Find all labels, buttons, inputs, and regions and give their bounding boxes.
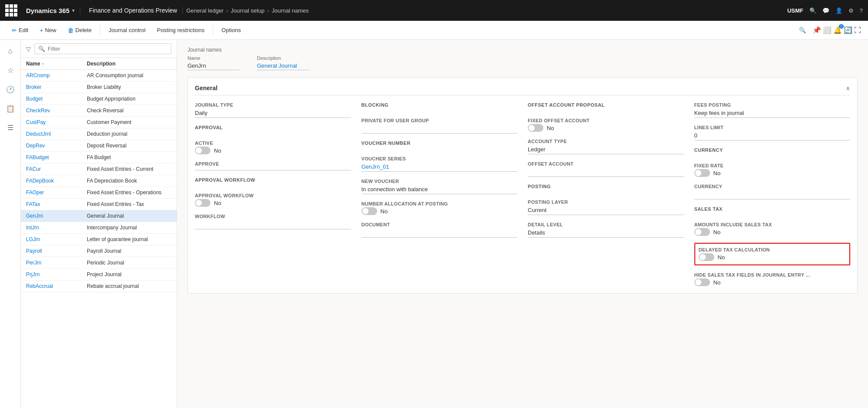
list-item[interactable]: CheckRev Check Reversal — [21, 105, 177, 117]
hide-sales-tax-toggle[interactable] — [694, 278, 710, 286]
posting-layer-value: Current — [528, 206, 684, 215]
list-item[interactable]: DepRev Deposit Reversal — [21, 140, 177, 152]
user-icon[interactable]: 👤 — [835, 7, 842, 14]
workspace-icon[interactable]: 📋 — [3, 101, 18, 116]
breadcrumb-journal-setup[interactable]: Journal setup — [231, 7, 265, 14]
delayed-tax-calc-toggle-row: No — [699, 253, 846, 261]
posting-restrictions-button[interactable]: Posting restrictions — [152, 24, 209, 36]
breadcrumb-sep-2: › — [267, 7, 269, 14]
new-voucher-label: New voucher — [362, 179, 518, 184]
amounts-include-tax-field: Amounts include sales tax No — [694, 222, 851, 236]
collapse-icon[interactable]: ∧ — [846, 85, 850, 91]
recent-icon[interactable]: 🕐 — [3, 82, 18, 97]
list-item[interactable]: Broker Broker Liability — [21, 82, 177, 93]
list-item[interactable]: FATax Fixed Asset Entries - Tax — [21, 199, 177, 210]
list-item[interactable]: LGJrn Letter of guarantee journal — [21, 234, 177, 245]
brand-chevron[interactable]: ▾ — [72, 8, 75, 13]
journal-type-value: Daily — [195, 108, 351, 118]
brand-name: Dynamics 365 — [26, 7, 69, 14]
chat-icon[interactable]: 💬 — [822, 7, 829, 14]
list-item[interactable]: FADepBook FA Depreciation Book — [21, 175, 177, 187]
list-item[interactable]: FABudget FA Budget — [21, 152, 177, 163]
toolbar-refresh-icon[interactable]: 🔄 — [844, 26, 852, 34]
toolbar-search-button[interactable]: 🔍 — [794, 24, 811, 36]
currency-label: Currency — [694, 184, 851, 189]
toolbar-badge-icon[interactable]: 🔔0 — [833, 26, 842, 34]
list-item-name: PerJrn — [26, 260, 87, 266]
active-toggle[interactable] — [195, 147, 210, 154]
list-item-desc: Periodic Journal — [87, 260, 171, 266]
search-icon[interactable]: 🔍 — [809, 7, 816, 14]
list-item[interactable]: PrjJrn Project Journal — [21, 269, 177, 281]
number-allocation-field: Number allocation at posting No — [362, 201, 518, 215]
list-item[interactable]: FAOper Fixed Asset Entries - Operations — [21, 187, 177, 199]
delayed-tax-calc-toggle[interactable] — [699, 253, 714, 261]
options-button[interactable]: Options — [217, 24, 246, 36]
home-icon[interactable]: ⌂ — [3, 43, 18, 59]
filter-icon[interactable]: ▽ — [26, 46, 31, 52]
approve-label: Approve — [195, 161, 351, 166]
list-item[interactable]: PerJrn Periodic Journal — [21, 257, 177, 269]
fixed-rate-value: No — [713, 170, 721, 176]
toolbar-fullscreen-icon[interactable]: ⛶ — [854, 26, 861, 34]
list-item[interactable]: Payroll Payroll Journal — [21, 245, 177, 257]
list-item[interactable]: DeductJrnl Deduction journal — [21, 128, 177, 140]
fixed-offset-toggle[interactable] — [528, 124, 543, 132]
list-item[interactable]: FACur Fixed Asset Entries - Current — [21, 163, 177, 175]
app-name: Finance and Operations Preview — [84, 7, 183, 14]
number-allocation-value: No — [381, 208, 388, 215]
options-label: Options — [221, 27, 241, 33]
list-item-desc: Rebate accrual journal — [87, 283, 171, 289]
list-item-desc: AR Consumption journal — [87, 72, 171, 78]
journal-control-button[interactable]: Journal control — [104, 24, 150, 36]
new-button[interactable]: + New — [35, 24, 61, 37]
fees-posting-field: Fees posting Keep fees in journal — [694, 102, 851, 118]
fixed-rate-toggle[interactable] — [694, 169, 710, 177]
amounts-include-tax-toggle-row: No — [694, 228, 851, 236]
toolbar-office-icon[interactable]: ⬜ — [823, 26, 832, 34]
breadcrumb-general-ledger[interactable]: General ledger — [186, 7, 224, 14]
delete-button[interactable]: 🗑 Delete — [63, 24, 97, 37]
workflow-value — [195, 220, 351, 229]
approval-workflow-field: Approval workflow No — [195, 193, 351, 207]
amounts-include-tax-toggle[interactable] — [694, 228, 710, 236]
delayed-tax-calc-value: No — [718, 254, 725, 261]
document-label: Document — [362, 222, 518, 227]
list-item[interactable]: Budget Budget Appropriation — [21, 93, 177, 105]
list-item[interactable]: IntJrn Intercompany Journal — [21, 222, 177, 234]
waffle-menu[interactable] — [5, 4, 17, 16]
help-icon[interactable]: ? — [860, 7, 863, 14]
list-item-name: IntJrn — [26, 225, 87, 231]
list-item[interactable]: ARCnsmp AR Consumption journal — [21, 70, 177, 82]
desc-field-label: Description — [257, 55, 309, 61]
approval-workflow-title: APPROVAL WORKFLOW — [195, 177, 351, 183]
list-item-name: PrjJrn — [26, 271, 87, 277]
account-type-value: Ledger — [528, 145, 684, 154]
search-input[interactable] — [48, 46, 168, 52]
new-label: New — [45, 27, 56, 33]
separator-1 — [100, 25, 100, 36]
settings-icon[interactable]: ⚙ — [848, 7, 854, 14]
list-item[interactable]: RebAccrual Rebate accrual journal — [21, 281, 177, 292]
list-item-desc: Customer Payment — [87, 119, 171, 125]
list-item-desc: FA Budget — [87, 154, 171, 160]
search-box-icon: 🔍 — [38, 46, 45, 52]
approval-workflow-toggle[interactable] — [195, 199, 210, 207]
list-item-name: FACur — [26, 166, 87, 172]
private-user-group-label: Private for user group — [362, 118, 518, 123]
toolbar-pin-icon[interactable]: 📌 — [812, 26, 821, 34]
list-item[interactable]: GenJrn General Journal — [21, 210, 177, 222]
fees-posting-label: Fees posting — [694, 102, 851, 108]
desc-field-value: General Journal — [257, 62, 309, 70]
list-item-name: ARCnsmp — [26, 72, 87, 78]
list-item-desc: Payroll Journal — [87, 248, 171, 254]
brand-area: Dynamics 365 ▾ — [21, 7, 80, 14]
list-item[interactable]: CustPay Customer Payment — [21, 117, 177, 128]
toolbar-right: 🔍 — [794, 24, 811, 36]
offset-account-value — [528, 167, 684, 177]
edit-button[interactable]: ✏ Edit — [7, 24, 33, 37]
favorites-icon[interactable]: ☆ — [3, 62, 18, 78]
modules-icon[interactable]: ☰ — [3, 120, 18, 135]
voucher-series-value[interactable]: GenJrn_01 — [362, 162, 518, 172]
number-allocation-toggle[interactable] — [362, 207, 377, 215]
